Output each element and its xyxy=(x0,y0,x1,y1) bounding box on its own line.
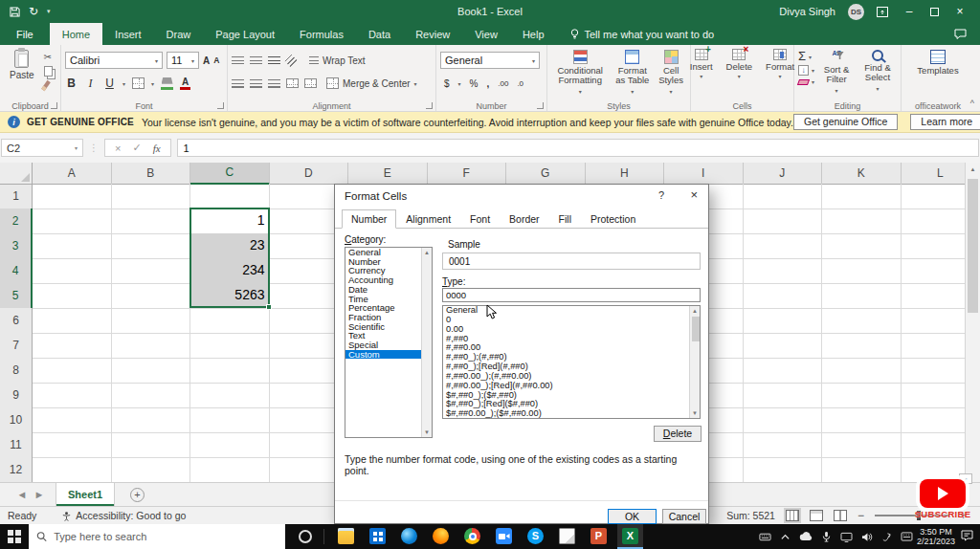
cell-j10[interactable] xyxy=(744,407,823,433)
cell-b1[interactable] xyxy=(112,184,191,209)
cell-k4[interactable] xyxy=(822,258,902,284)
align-left-icon[interactable] xyxy=(232,79,244,88)
cell-a7[interactable] xyxy=(33,333,112,359)
cell-j1[interactable] xyxy=(744,184,823,209)
row-header-12[interactable]: 12 xyxy=(0,457,33,483)
zoom-taskbar-button[interactable] xyxy=(491,524,517,549)
youtube-play-button[interactable] xyxy=(920,479,966,508)
cell-c11[interactable] xyxy=(190,432,270,458)
close-button[interactable]: × xyxy=(951,6,969,17)
number-dialog-launcher[interactable] xyxy=(537,102,544,109)
format-code-listbox[interactable]: General00.00#,##0#,##0.00#,##0_);(#,##0)… xyxy=(442,305,701,419)
cell-k9[interactable] xyxy=(822,383,902,408)
column-header-g[interactable]: G xyxy=(506,163,586,185)
row-header-4[interactable]: 4 xyxy=(0,258,33,284)
category-scroll-down-icon[interactable]: ▼ xyxy=(424,429,430,435)
collapse-ribbon-icon[interactable]: ^ xyxy=(970,99,974,108)
decrease-font-icon[interactable]: A xyxy=(213,56,219,65)
cell-b7[interactable] xyxy=(112,333,191,359)
decrease-decimal-icon[interactable]: .0 xyxy=(517,79,523,88)
category-listbox[interactable]: GeneralNumberCurrencyAccountingDateTimeP… xyxy=(345,247,433,438)
italic-button[interactable]: I xyxy=(84,77,97,91)
underline-dropdown-icon[interactable]: ▾ xyxy=(122,80,125,87)
cell-k12[interactable] xyxy=(822,457,902,483)
select-all-corner[interactable] xyxy=(0,163,33,185)
cell-b9[interactable] xyxy=(112,383,191,408)
format-cells-button[interactable]: Format ▾ xyxy=(762,49,798,79)
cell-j6[interactable] xyxy=(744,308,823,334)
cell-c12[interactable] xyxy=(190,457,270,483)
dongle-icon[interactable] xyxy=(881,532,892,542)
normal-view-icon[interactable] xyxy=(786,510,799,521)
minimize-button[interactable]: – xyxy=(901,6,918,17)
cell-k7[interactable] xyxy=(822,333,902,359)
paste-button[interactable]: Paste xyxy=(4,49,40,91)
insert-function-icon[interactable]: fx xyxy=(153,143,161,154)
cancel-entry-icon[interactable]: × xyxy=(115,143,121,154)
font-dialog-launcher[interactable] xyxy=(217,102,224,109)
dialog-tab-number[interactable]: Number xyxy=(342,209,396,229)
comma-style-icon[interactable]: , xyxy=(486,78,489,89)
cell-k10[interactable] xyxy=(822,407,902,433)
pen-input-icon[interactable] xyxy=(759,531,771,542)
tab-insert[interactable]: Insert xyxy=(102,23,154,45)
cell-k8[interactable] xyxy=(822,358,902,384)
row-header-5[interactable]: 5 xyxy=(0,283,33,309)
align-middle-icon[interactable] xyxy=(250,56,262,65)
cell-c8[interactable] xyxy=(190,358,270,384)
file-explorer-taskbar-button[interactable] xyxy=(333,524,359,549)
cell-j7[interactable] xyxy=(744,333,823,359)
cell-a10[interactable] xyxy=(33,407,112,433)
align-top-icon[interactable] xyxy=(232,56,244,65)
tab-help[interactable]: Help xyxy=(510,23,557,45)
cell-a8[interactable] xyxy=(33,358,112,384)
cell-j8[interactable] xyxy=(744,358,823,384)
autosum-icon[interactable]: Σ xyxy=(798,51,806,62)
clipboard-dialog-launcher[interactable] xyxy=(51,102,57,109)
tab-home[interactable]: Home xyxy=(50,23,102,45)
column-header-h[interactable]: H xyxy=(586,163,665,185)
cell-a3[interactable] xyxy=(33,233,112,259)
ribbon-display-options-icon[interactable] xyxy=(877,7,888,17)
scrollbar-thumb[interactable] xyxy=(968,179,978,313)
accounting-format-icon[interactable]: $ xyxy=(444,78,450,89)
avatar[interactable]: DS xyxy=(848,4,864,20)
sheet-tab-sheet1[interactable]: Sheet1 xyxy=(56,483,115,506)
column-header-b[interactable]: B xyxy=(112,163,191,185)
code-scroll-up-icon[interactable]: ▲ xyxy=(692,308,698,314)
tab-data[interactable]: Data xyxy=(356,23,403,45)
category-scroll-up-icon[interactable]: ▲ xyxy=(424,250,430,255)
cell-a4[interactable] xyxy=(33,258,112,284)
volume-icon[interactable] xyxy=(861,532,873,542)
edge-taskbar-button[interactable] xyxy=(396,524,422,549)
ok-button[interactable]: OK xyxy=(608,509,657,524)
autosum-dropdown-icon[interactable]: ▾ xyxy=(809,54,812,60)
dialog-close-icon[interactable]: × xyxy=(690,187,698,202)
increase-indent-icon[interactable] xyxy=(304,78,317,88)
display-icon[interactable] xyxy=(840,532,853,542)
powerpoint-taskbar-button[interactable] xyxy=(586,524,612,549)
format-painter-icon[interactable] xyxy=(41,80,51,91)
formula-bar-grip[interactable]: ⋮ xyxy=(89,143,99,153)
type-input[interactable] xyxy=(442,288,701,302)
fill-dropdown-icon[interactable]: ▾ xyxy=(812,67,814,74)
page-break-view-icon[interactable] xyxy=(834,510,847,521)
find-select-button[interactable]: Find & Select ▾ xyxy=(858,49,897,97)
new-sheet-button[interactable]: + xyxy=(130,488,145,502)
column-header-d[interactable]: D xyxy=(270,163,349,185)
cell-b11[interactable] xyxy=(112,432,191,458)
cell-c7[interactable] xyxy=(190,333,270,359)
cell-k2[interactable] xyxy=(822,209,902,234)
qat-customize-icon[interactable]: ▾ xyxy=(47,8,51,15)
taskbar-search-input[interactable] xyxy=(54,531,278,542)
account-name[interactable]: Divya Singh xyxy=(779,6,835,17)
touch-keyboard-icon[interactable] xyxy=(901,532,913,541)
category-custom[interactable]: Custom xyxy=(345,350,421,360)
tab-view[interactable]: View xyxy=(462,23,510,45)
row-header-6[interactable]: 6 xyxy=(0,308,33,334)
sort-filter-button[interactable]: AZ Sort & Filter ▾ xyxy=(819,49,854,97)
enter-entry-icon[interactable]: ✓ xyxy=(132,142,141,154)
cell-j2[interactable] xyxy=(744,209,823,234)
increase-font-icon[interactable]: A xyxy=(203,56,210,65)
fill-color-button[interactable] xyxy=(161,77,173,90)
